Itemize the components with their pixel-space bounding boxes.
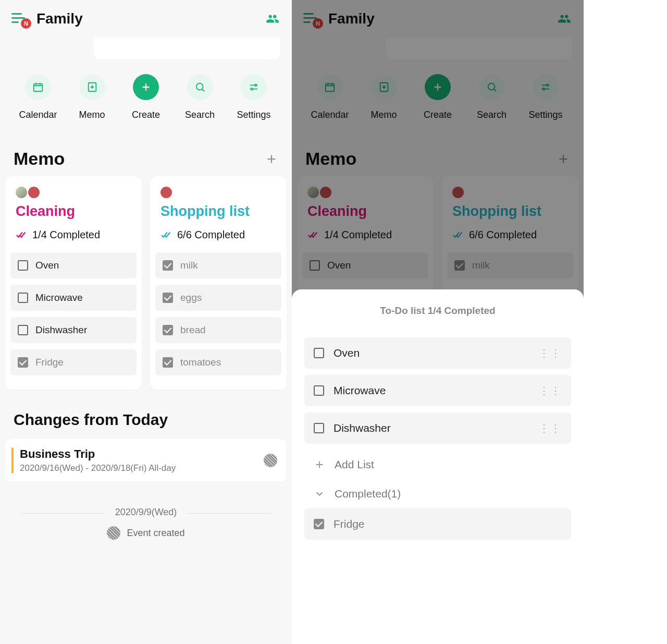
menu-icon[interactable]: N [11,13,27,25]
nav-label: Create [132,110,160,120]
completed-text: 6/6 Completed [177,229,245,241]
list-item[interactable]: Fridge [10,349,137,375]
avatar [16,187,27,198]
event-body: Business Trip 2020/9/16(Wed) - 2020/9/18… [20,447,257,473]
memo-section-head: Memo [0,124,292,176]
avatar [264,454,277,467]
plus-icon [314,459,325,470]
list-item[interactable]: bread [155,317,281,343]
todo-bottom-sheet: To-Do list 1/4 Completed Oven ⋮⋮ Microwa… [292,289,584,644]
list-item[interactable]: Oven [10,252,137,278]
checkbox-checked[interactable] [163,260,173,271]
avatar [28,187,40,198]
todo-item[interactable]: Dishwasher ⋮⋮ [304,412,571,444]
list-item[interactable]: eggs [155,285,281,311]
todo-item[interactable]: Microwave ⋮⋮ [304,375,571,406]
people-icon[interactable] [265,12,280,26]
item-label: tomatoes [180,357,221,368]
event-created-row: Event created [0,526,292,550]
nav-label: Calendar [19,110,57,120]
event-name: Business Trip [20,447,257,461]
nav-settings[interactable]: Settings [230,74,277,120]
avatar [160,187,172,198]
item-label: bread [180,324,206,336]
memo-card-cleaning[interactable]: Cleaning 1/4 Completed Oven Microwave Di… [5,176,142,390]
memo-section-title: Memo [14,149,65,169]
date-divider: 2020/9/9(Wed) [0,482,292,526]
nav-create[interactable]: Create [122,74,169,120]
header-left: N Family [11,10,83,27]
left-screen: N Family Calendar Memo Create [0,0,292,644]
add-memo-button[interactable] [265,152,278,166]
checkbox-checked[interactable] [314,519,324,529]
avatars [5,187,142,203]
checkbox-checked[interactable] [18,357,28,368]
svg-rect-0 [34,84,43,92]
check-double-icon [160,231,172,239]
prev-card-edge [94,38,280,59]
checkbox[interactable] [18,260,28,271]
changes-title: Changes from Today [0,390,292,439]
plus-icon [133,74,159,100]
checkbox-checked[interactable] [163,293,173,303]
checkbox-checked[interactable] [163,357,173,368]
sheet-title: To-Do list 1/4 Completed [292,305,584,337]
drag-handle-icon[interactable]: ⋮⋮ [539,347,562,359]
add-list-label: Add List [335,458,374,471]
nav-label: Memo [79,110,105,120]
add-list-button[interactable]: Add List [292,450,584,479]
item-label: Microwave [35,292,83,303]
checkbox[interactable] [18,325,28,335]
calendar-icon [25,74,51,100]
memo-icon [79,74,105,100]
event-created-label: Event created [127,528,184,539]
completed-text: 1/4 Completed [32,229,100,241]
header: N Family [0,0,292,38]
list-item[interactable]: milk [155,252,281,278]
drag-handle-icon[interactable]: ⋮⋮ [539,422,562,434]
item-label: Oven [334,347,360,359]
memo-card-shopping[interactable]: Shopping list 6/6 Completed milk eggs br… [150,176,287,390]
completed-status: 6/6 Completed [150,229,287,252]
avatars [150,187,287,203]
event-time: 2020/9/16(Wed) - 2020/9/18(Fri) All-day [20,463,257,473]
page-title: Family [36,10,83,27]
list-item[interactable]: Dishwasher [10,317,137,343]
checkbox[interactable] [18,293,28,303]
checkbox[interactable] [314,348,324,358]
right-screen: N Family Calendar Memo Create Search Set… [292,0,584,644]
nav-label: Search [185,110,215,120]
checkbox-checked[interactable] [163,325,173,335]
item-label: Dishwasher [35,324,87,336]
completed-status: 1/4 Completed [5,229,142,252]
nav-label: Settings [237,110,270,120]
checkbox[interactable] [314,385,324,396]
memo-title: Shopping list [150,203,287,229]
event-color-bar [11,447,14,473]
gutter [584,0,667,644]
notification-badge: N [21,18,31,29]
completed-group-toggle[interactable]: Completed(1) [292,479,584,508]
list-item[interactable]: Microwave [10,285,137,311]
checkbox[interactable] [314,423,324,433]
item-label: eggs [180,292,202,303]
nav-calendar[interactable]: Calendar [15,74,61,120]
settings-icon [241,74,267,100]
todo-item-completed[interactable]: Fridge [304,508,571,540]
item-label: Dishwasher [334,422,391,434]
nav-search[interactable]: Search [177,74,224,120]
svg-point-4 [251,88,253,90]
nav-row: Calendar Memo Create Search Settings [0,59,292,124]
todo-item[interactable]: Oven ⋮⋮ [304,337,571,369]
svg-point-3 [255,84,257,87]
event-card[interactable]: Business Trip 2020/9/16(Wed) - 2020/9/18… [5,439,287,482]
check-double-icon [16,231,27,239]
item-label: Fridge [35,357,64,368]
memo-title: Cleaning [5,203,142,229]
search-icon [187,74,213,100]
nav-memo[interactable]: Memo [69,74,116,120]
item-label: Microwave [334,384,386,397]
list-item[interactable]: tomatoes [155,349,281,375]
item-label: Oven [35,260,59,271]
drag-handle-icon[interactable]: ⋮⋮ [539,384,562,397]
